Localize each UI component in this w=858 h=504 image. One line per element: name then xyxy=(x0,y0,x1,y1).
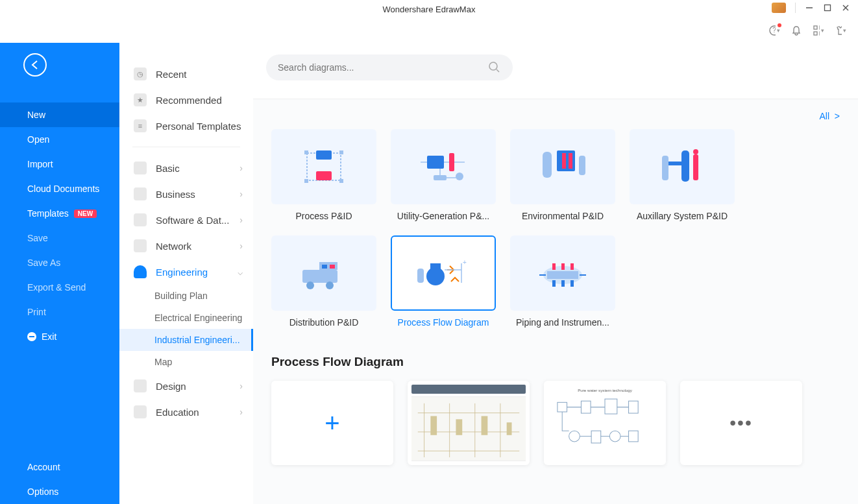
nav-item-label: Save As xyxy=(27,258,60,268)
category-software-dat...[interactable]: Software & Dat...› xyxy=(119,207,253,233)
category-engineering[interactable]: Engineering⌵ xyxy=(119,259,253,285)
chevron-right-icon: › xyxy=(239,407,243,417)
category-icon xyxy=(134,187,147,200)
category-label: Recent xyxy=(156,69,187,80)
divider xyxy=(795,3,796,13)
category-icon xyxy=(134,405,147,418)
category-basic[interactable]: Basic› xyxy=(119,155,253,181)
category-recent[interactable]: ◷Recent xyxy=(119,61,253,87)
plus-icon: + xyxy=(325,409,339,438)
nav-item-export-send[interactable]: Export & Send xyxy=(0,275,119,300)
bell-icon[interactable] xyxy=(791,25,802,36)
subcategory-map[interactable]: Map xyxy=(119,351,253,373)
nav-item-options[interactable]: Options xyxy=(0,479,119,504)
back-button[interactable] xyxy=(23,53,47,77)
toolbar-row: ?▾ ▾ ▾ xyxy=(0,18,858,43)
subcategory-building-plan[interactable]: Building Plan xyxy=(119,285,253,307)
nav-item-label: Import xyxy=(27,159,53,169)
svg-rect-6 xyxy=(814,26,817,29)
nav-item-label: Save xyxy=(27,233,48,243)
svg-point-10 xyxy=(489,62,497,70)
svg-rect-40 xyxy=(430,263,441,270)
tile-environmental-p-id[interactable]: Environmental P&ID xyxy=(510,129,615,221)
tile-thumbnail xyxy=(271,235,376,311)
tile-thumbnail xyxy=(510,235,615,311)
svg-rect-30 xyxy=(693,154,698,180)
tile-auxillary-system-p-id[interactable]: Auxillary System P&ID xyxy=(630,129,735,221)
template-more[interactable]: ••• xyxy=(680,381,802,465)
category-icon: ≡ xyxy=(134,119,147,132)
tile-label: Process P&ID xyxy=(271,211,376,221)
tile-thumbnail xyxy=(391,129,496,204)
template-card[interactable] xyxy=(408,381,530,465)
divider xyxy=(132,147,240,147)
nav-item-exit[interactable]: Exit xyxy=(0,324,119,349)
tile-piping-and-instrumen-[interactable]: Piping and Instrumen... xyxy=(510,235,615,328)
nav-item-new[interactable]: New xyxy=(0,102,119,127)
category-design[interactable]: Design› xyxy=(119,373,253,399)
nav-item-save[interactable]: Save xyxy=(0,226,119,250)
category-label: Software & Dat... xyxy=(156,215,229,226)
notification-dot xyxy=(778,23,781,27)
nav-item-templates[interactable]: TemplatesNEW xyxy=(0,201,119,226)
tile-utility-generation-p-[interactable]: Utility-Generation P&... xyxy=(391,129,496,221)
category-education[interactable]: Education› xyxy=(119,399,253,425)
category-network[interactable]: Network› xyxy=(119,233,253,259)
category-label: Recommended xyxy=(156,95,222,106)
search-box[interactable] xyxy=(266,54,513,80)
nav-item-import[interactable]: Import xyxy=(0,152,119,176)
category-icon xyxy=(134,379,147,392)
category-recommended[interactable]: ★Recommended xyxy=(119,87,253,113)
tile-process-p-id[interactable]: Process P&ID xyxy=(271,129,376,221)
tile-thumbnail xyxy=(510,129,615,204)
category-label: Personal Templates xyxy=(156,121,241,132)
category-label: Network xyxy=(156,241,191,252)
template-thumbnail-icon xyxy=(411,396,526,461)
svg-rect-28 xyxy=(662,156,668,180)
help-icon[interactable]: ?▾ xyxy=(768,25,780,36)
avatar[interactable] xyxy=(772,3,786,13)
chevron-down-icon: ⌵ xyxy=(238,267,243,277)
svg-point-39 xyxy=(426,267,445,285)
svg-rect-17 xyxy=(304,179,308,183)
svg-rect-25 xyxy=(562,153,566,169)
svg-rect-58 xyxy=(430,416,437,435)
search-input[interactable] xyxy=(278,62,488,73)
subcategory-industrial-engineeri...[interactable]: Industrial Engineeri... xyxy=(119,329,253,351)
svg-point-31 xyxy=(693,149,698,154)
category-icon: ★ xyxy=(134,93,147,106)
subcategory-electrical-engineering[interactable]: Electrical Engineering xyxy=(119,307,253,329)
tile-distribution-p-id[interactable]: Distribution P&ID xyxy=(271,235,376,328)
all-link[interactable]: All > xyxy=(271,111,840,126)
svg-rect-43 xyxy=(547,271,578,279)
tshirt-icon[interactable]: ▾ xyxy=(835,25,846,36)
nav-item-save-as[interactable]: Save As xyxy=(0,250,119,275)
svg-rect-61 xyxy=(507,422,512,435)
category-icon xyxy=(134,239,147,252)
apps-icon[interactable]: ▾ xyxy=(813,25,824,36)
nav-item-print[interactable]: Print xyxy=(0,300,119,324)
svg-point-36 xyxy=(306,282,314,289)
svg-rect-35 xyxy=(330,265,335,269)
category-icon: ◷ xyxy=(134,67,147,80)
svg-text:Pure water system technology: Pure water system technology xyxy=(578,388,633,392)
nav-item-cloud-documents[interactable]: Cloud Documents xyxy=(0,176,119,201)
new-badge: NEW xyxy=(74,210,97,218)
category-business[interactable]: Business› xyxy=(119,181,253,207)
chevron-right-icon: › xyxy=(239,163,243,173)
nav-item-open[interactable]: Open xyxy=(0,127,119,152)
close-button[interactable] xyxy=(841,3,850,12)
maximize-button[interactable] xyxy=(823,3,832,12)
category-personal-templates[interactable]: ≡Personal Templates xyxy=(119,113,253,139)
minimize-button[interactable] xyxy=(805,3,814,12)
nav-item-account[interactable]: Account xyxy=(0,455,119,479)
arrow-left-icon xyxy=(29,59,41,71)
tile-thumbnail xyxy=(630,129,735,204)
template-blank[interactable]: + xyxy=(271,381,393,465)
tile-process-flow-diagram[interactable]: +Process Flow Diagram xyxy=(391,235,496,328)
svg-rect-14 xyxy=(316,171,332,180)
nav-item-label: Templates xyxy=(27,208,69,219)
nav-item-label: Print xyxy=(27,307,46,317)
more-icon: ••• xyxy=(729,413,752,433)
template-card[interactable]: Pure water system technology xyxy=(544,381,666,465)
